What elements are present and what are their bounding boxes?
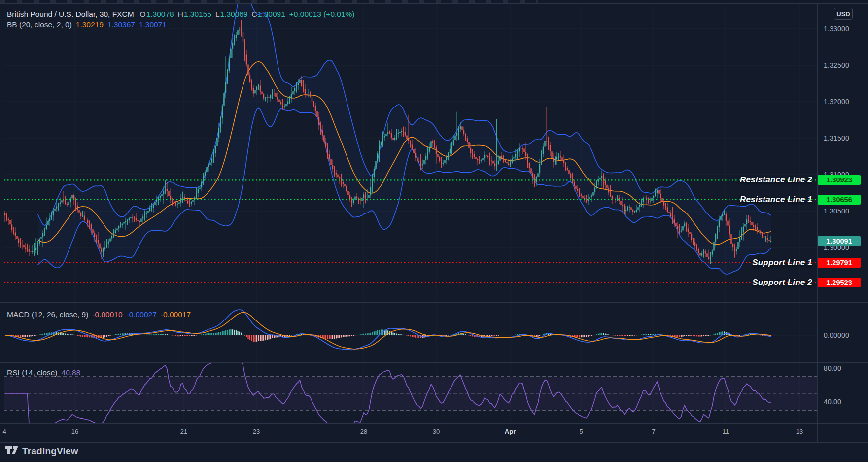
macd-tick-label: 0.00000 [824, 331, 849, 339]
chart-canvas[interactable] [0, 0, 868, 462]
rsi-legend-row[interactable]: RSI (14, close)40.88 [7, 368, 84, 377]
legend-value: MACD (12, 26, close, 9) [7, 310, 88, 319]
cropped-text-strip [0, 0, 538, 3]
legend-value: British Pound / U.S. Dollar, 30, FXCM [7, 9, 134, 19]
tradingview-logo[interactable]: TradingView [5, 446, 78, 457]
time-tick-label: 28 [360, 428, 367, 435]
legend-value: 1.30078 [146, 9, 174, 19]
bollinger-legend-row[interactable]: BB (20, close, 2, 0)1.302191.303671.3007… [7, 20, 171, 29]
legend-value: 1.30155 [184, 9, 211, 19]
time-tick-label: 11 [722, 428, 729, 435]
legend-value: 1.30071 [139, 20, 167, 29]
legend-value: RSI (14, close) [7, 368, 58, 377]
legend-value: 1.30367 [107, 20, 135, 29]
macd-legend-row[interactable]: MACD (12, 26, close, 9)-0.00010-0.00027-… [7, 310, 195, 319]
level-price-box-support: 1.29791 [818, 258, 861, 268]
tradingview-chart-window: { "colors": { "background": "#131a29", "… [0, 0, 868, 462]
legend-value: L [215, 9, 220, 19]
price-tick-label: 1.32500 [824, 61, 849, 69]
legend-value: +0.00013 (+0.01%) [289, 9, 355, 19]
legend-value: 1.30091 [258, 9, 285, 19]
legend-value: -0.00017 [161, 310, 191, 319]
level-name-support: Support Line 1 [752, 258, 812, 268]
tradingview-logo-text: TradingView [22, 446, 78, 457]
price-tick-label: 1.31500 [824, 134, 849, 142]
time-tick-label: 13 [796, 428, 803, 435]
level-name-support: Support Line 2 [752, 278, 812, 287]
legend-value: H [178, 9, 183, 19]
legend-value: 1.30069 [220, 9, 248, 19]
legend-value: 40.88 [62, 368, 81, 377]
legend-value: C [252, 9, 257, 19]
currency-badge[interactable]: USD [834, 8, 853, 20]
legend-value: -0.00027 [127, 310, 157, 319]
level-price-box-resistance: 1.30923 [818, 175, 861, 185]
time-tick-label: 5 [579, 428, 583, 435]
price-tick-label: 1.33000 [824, 25, 849, 33]
time-tick-label: 4 [2, 428, 6, 435]
level-name-resistance: Resistance Line 2 [740, 175, 812, 185]
symbol-legend-row[interactable]: British Pound / U.S. Dollar, 30, FXCMO1.… [7, 9, 359, 19]
time-tick-label: 21 [180, 428, 187, 435]
legend-value: -0.00010 [92, 310, 122, 319]
time-tick-label: 16 [71, 428, 78, 435]
time-tick-label: Apr [505, 428, 516, 435]
price-tick-label: 1.30500 [824, 207, 849, 215]
legend-value: BB (20, close, 2, 0) [7, 20, 72, 29]
level-price-box-support: 1.29523 [818, 278, 861, 287]
tradingview-logo-icon [5, 446, 18, 457]
rsi-tick-label: 80.00 [824, 364, 841, 372]
time-tick-label: 30 [433, 428, 440, 435]
legend-value: O [140, 9, 146, 19]
price-tick-label: 1.32000 [824, 98, 849, 106]
time-tick-label: 7 [652, 428, 655, 435]
legend-value: 1.30219 [76, 20, 104, 29]
rsi-tick-label: 40.00 [824, 398, 841, 406]
level-name-resistance: Resistance Line 1 [740, 195, 812, 205]
level-price-box-resistance: 1.30656 [818, 195, 861, 205]
level-price-box-current: 1.30091 [818, 236, 861, 246]
time-tick-label: 23 [253, 428, 260, 435]
